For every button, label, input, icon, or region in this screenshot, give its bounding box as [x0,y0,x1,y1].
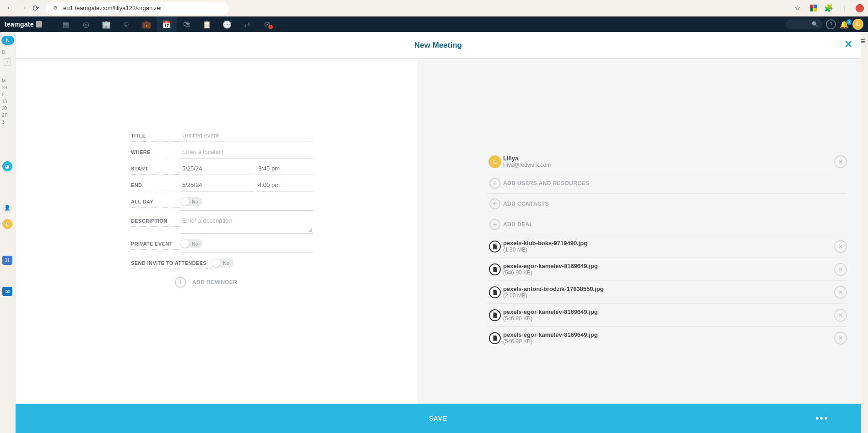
nav-company-icon[interactable]: 🏢 [96,16,116,32]
page-body: N D ‹ M 29 6 13 20 27 3 ◕ 👤 L 31 ✉ ≡ New… [0,32,868,433]
new-event-button[interactable]: N [1,36,14,45]
attachment-size: (546.90 KB) [503,315,834,322]
user-avatar[interactable]: L [852,19,863,30]
private-toggle[interactable]: No [180,239,202,248]
attachment-name: pexels-antoni-brodzik-17838550.jpg [503,285,834,292]
prev-button[interactable]: ‹ [4,58,11,66]
plus-icon: + [175,277,186,288]
attachment-row: pexels-klub-boks-9719490.jpg(1.30 MB) ✕ [487,235,847,258]
url-text: eu1.teamgate.com/liliya123/organizer [63,5,162,11]
qr-icon[interactable] [808,4,818,13]
cal-row: 29 [0,84,16,91]
user-chip-avatar[interactable]: L [2,219,12,229]
remove-attachment-button[interactable]: ✕ [834,240,847,253]
end-time-input[interactable]: 4:00 pm [256,179,313,192]
nav-calendar-icon[interactable]: 📅 [157,16,177,32]
attendee-row: L Liliya liliya@redwerk.com ✕ [487,150,847,173]
add-reminder-button[interactable]: + ADD REMINDER [175,277,418,288]
under-right-strip: ≡ [861,32,868,433]
attachment-name: pexels-egor-kamelev-8169649.jpg [503,331,834,338]
under-day-label: D [0,49,16,55]
attachment-row: pexels-egor-kamelev-8169649.jpg(546.90 K… [487,258,847,281]
form-pane: TITLE Untitled event WHERE Enter a locat… [16,59,418,404]
remove-attachment-button[interactable]: ✕ [834,332,847,345]
nav-dashboard-icon[interactable]: ▤ [56,16,76,32]
todoist-icon[interactable] [855,4,864,13]
start-time-input[interactable]: 3:45 pm [256,162,313,175]
google-calendar-icon[interactable]: 31 [2,256,12,265]
hamburger-icon[interactable]: ≡ [860,37,865,46]
more-button[interactable]: ••• [815,412,829,424]
app-topbar: teamgate ▤ ◎ 🏢 ☺ 💼 📅 🛍 📋 🕓 ⇄ ✉ 🔍 ? 🔔3 L [0,16,868,32]
nav-target-icon[interactable]: ◎ [76,16,96,32]
label-where: WHERE [131,146,180,158]
attachment-name: pexels-egor-kamelev-8169649.jpg [503,263,834,269]
attachment-size: (546.90 KB) [503,269,834,276]
modal-title: New Meeting [414,41,462,50]
notifications-button[interactable]: 🔔3 [840,20,849,29]
remove-attendee-button[interactable]: ✕ [834,155,847,168]
separator-icon: | [840,4,849,13]
help-button[interactable]: ? [826,19,836,29]
attachment-icon [489,263,501,275]
attachment-row: pexels-antoni-brodzik-17838550.jpg(2.00 … [487,281,847,304]
attachment-icon [489,332,501,344]
label-title: TITLE [131,129,180,142]
add-deal-button[interactable]: + ADD DEAL [487,214,847,235]
remove-attachment-button[interactable]: ✕ [834,286,847,299]
add-contacts-button[interactable]: + ADD CONTACTS [487,194,847,214]
label-send-invite: SEND INVITE TO ATTENDEES [131,257,212,269]
remove-attachment-button[interactable]: ✕ [834,263,847,276]
remove-attachment-button[interactable]: ✕ [834,309,847,322]
save-bar: SAVE ••• [16,404,861,433]
search-input[interactable]: 🔍 [786,19,822,29]
team-chip-icon[interactable]: ◕ [2,161,12,171]
attachment-icon [489,241,501,252]
attendee-email: liliya@redwerk.com [503,162,834,168]
side-pane: L Liliya liliya@redwerk.com ✕ + ADD USER… [418,59,861,404]
title-input[interactable]: Untitled event [180,129,313,142]
attachment-icon [489,309,501,321]
app-logo[interactable]: teamgate [5,21,42,28]
nav-clipboard-icon[interactable]: 📋 [197,16,217,32]
notif-dot-icon [268,25,273,29]
month-label: M [0,77,16,84]
label-description: DESCRIPTION [131,214,180,227]
send-invite-toggle[interactable]: No [212,258,233,268]
address-bar[interactable]: ⚙ eu1.teamgate.com/liliya123/organizer [46,2,229,15]
nav-clock-icon[interactable]: 🕓 [217,16,237,32]
nav-workflow-icon[interactable]: ⇄ [237,16,257,32]
cal-row: 6 [0,91,16,98]
cal-row: 27 [0,112,16,119]
end-date-input[interactable]: 5/25/24 [180,179,254,192]
cal-row: 13 [0,98,16,105]
close-button[interactable]: ✕ [844,38,852,50]
location-input[interactable]: Enter a location [180,146,313,159]
attendee-name: Liliya [503,155,834,162]
star-icon[interactable]: ☆ [793,4,802,13]
back-button[interactable]: ← [4,2,16,15]
people-chip-icon[interactable]: 👤 [2,203,12,213]
logo-mark-icon [36,21,42,27]
reload-button[interactable]: ⟳ [29,2,42,15]
under-left-strip: N D ‹ M 29 6 13 20 27 3 ◕ 👤 L 31 ✉ [0,32,16,433]
label-start: START [131,162,180,175]
description-input[interactable]: Enter a description [180,214,313,234]
label-end: END [131,179,180,191]
nav-mail-icon[interactable]: ✉ [257,16,277,32]
save-button[interactable]: SAVE [429,415,447,422]
attachment-name: pexels-egor-kamelev-8169649.jpg [503,308,834,315]
attachment-size: (546.90 KB) [503,338,834,345]
cal-row: 3 [0,119,16,126]
site-info-icon[interactable]: ⚙ [51,4,60,12]
add-users-button[interactable]: + ADD USERS AND RESOURCES [487,173,847,194]
nav-bag-icon[interactable]: 🛍 [177,16,197,32]
nav-people-icon[interactable]: ☺ [116,16,136,32]
start-date-input[interactable]: 5/25/24 [180,162,254,175]
attachment-name: pexels-klub-boks-9719490.jpg [503,240,834,247]
extensions-icon[interactable]: 🧩 [824,4,833,13]
outlook-icon[interactable]: ✉ [2,287,12,296]
nav-briefcase-icon[interactable]: 💼 [136,16,157,32]
forward-button[interactable]: → [16,2,29,15]
allday-toggle[interactable]: No [180,197,202,206]
